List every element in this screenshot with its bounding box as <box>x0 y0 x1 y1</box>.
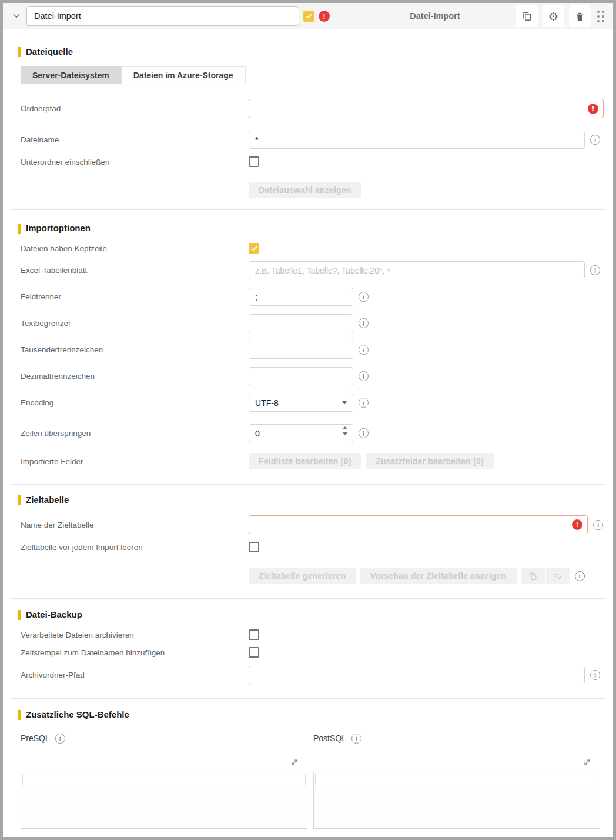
section-accent-bar <box>18 495 21 505</box>
info-icon[interactable] <box>55 734 65 744</box>
zusatzfelder-bearbeiten-button[interactable]: Zusatzfelder bearbeiten [0] <box>366 453 494 469</box>
zieltabelle-name-label: Name der Zieltabelle <box>21 521 249 529</box>
number-stepper[interactable] <box>343 426 347 435</box>
unterordner-label: Unterordner einschließen <box>21 158 249 166</box>
info-icon[interactable] <box>351 734 361 744</box>
dezimaltrennzeichen-input[interactable] <box>249 367 353 385</box>
zeilen-ueberspringen-input[interactable] <box>249 424 353 442</box>
feldtrenner-input[interactable] <box>249 288 353 306</box>
check-icon <box>250 245 258 252</box>
copy-table-button[interactable] <box>521 568 545 584</box>
vorschau-zieltabelle-button[interactable]: Vorschau der Zieltabelle anzeigen <box>360 568 516 584</box>
section-accent-bar <box>18 710 21 720</box>
encoding-select[interactable]: UTF-8 <box>249 394 353 412</box>
sql-labels-row: PreSQL PostSQL <box>3 733 613 744</box>
section-divider <box>11 209 605 210</box>
zeitstempel-checkbox[interactable] <box>249 647 259 658</box>
info-icon[interactable] <box>593 520 603 530</box>
info-icon[interactable] <box>590 670 600 680</box>
zieltabelle-generieren-button[interactable]: Zieltabelle generieren <box>249 568 356 584</box>
row-zieltabelle-buttons: Zieltabelle generieren Vorschau der Ziel… <box>3 568 613 584</box>
stepper-down-icon[interactable] <box>343 432 347 435</box>
kopfzeile-checkbox[interactable] <box>249 243 259 254</box>
zieltabelle-name-input[interactable] <box>249 515 588 534</box>
step-name-input[interactable] <box>26 6 299 26</box>
chevron-down-icon[interactable] <box>9 8 24 24</box>
postsql-editor[interactable] <box>313 772 600 829</box>
info-icon[interactable] <box>590 265 600 275</box>
info-icon[interactable] <box>359 292 369 302</box>
dateiname-label: Dateiname <box>21 135 249 144</box>
zeitstempel-label: Zeitstempel zum Dateinamen hinzufügen <box>21 648 249 657</box>
row-importierte-felder: Importierte Felder Feldliste bearbeiten … <box>3 453 613 469</box>
row-textbegrenzer: Textbegrenzer <box>3 314 613 332</box>
section-title-text: Zieltabelle <box>26 495 69 505</box>
sql-editors-row <box>3 772 613 829</box>
row-archivordner-pfad: Archivordner-Pfad <box>3 666 613 684</box>
section-dateiquelle-title: Dateiquelle <box>3 46 613 57</box>
info-icon[interactable] <box>359 345 369 355</box>
expand-icon[interactable] <box>582 758 592 767</box>
section-divider <box>11 698 605 699</box>
row-unterordner: Unterordner einschließen <box>3 156 613 167</box>
tab-server-dateisystem[interactable]: Server-Dateisystem <box>21 66 121 84</box>
row-dateiname: Dateiname <box>3 131 613 149</box>
row-zeitstempel: Zeitstempel zum Dateinamen hinzufügen <box>3 647 613 658</box>
drag-handle-icon[interactable] <box>594 5 607 27</box>
dezimaltrennzeichen-label: Dezimaltrennzeichen <box>21 372 249 381</box>
settings-button[interactable]: ⚙ <box>543 5 564 27</box>
edit-table-button[interactable] <box>546 568 570 584</box>
edit-list-icon <box>553 571 563 581</box>
postsql-editor-line[interactable] <box>315 774 598 785</box>
ordnerpfad-input[interactable] <box>249 99 604 118</box>
postsql-label-row: PostSQL <box>313 733 600 744</box>
section-divider <box>11 598 605 599</box>
info-icon[interactable] <box>359 428 369 438</box>
archivieren-checkbox[interactable] <box>249 629 259 640</box>
section-title-text: Zusätzliche SQL-Befehle <box>26 709 129 720</box>
tab-azure-storage[interactable]: Dateien im Azure-Storage <box>121 66 246 84</box>
info-icon[interactable] <box>575 571 585 581</box>
panel-title: Datei-Import <box>382 11 488 21</box>
tausendertrennzeichen-input[interactable] <box>249 341 353 359</box>
trash-icon <box>575 11 585 22</box>
copy-button[interactable] <box>516 5 538 27</box>
excel-tabellenblatt-input[interactable] <box>249 261 585 279</box>
step-enabled-checkbox[interactable] <box>303 11 314 22</box>
delete-button[interactable] <box>569 5 591 27</box>
textbegrenzer-label: Textbegrenzer <box>21 319 249 328</box>
encoding-value: UTF-8 <box>255 398 279 408</box>
info-icon[interactable] <box>590 135 600 145</box>
gear-icon: ⚙ <box>548 11 559 22</box>
zieltabelle-leeren-checkbox[interactable] <box>249 542 259 552</box>
row-kopfzeile: Dateien haben Kopfzeile <box>3 243 613 254</box>
stepper-up-icon[interactable] <box>343 426 347 429</box>
feldliste-bearbeiten-button[interactable]: Feldliste bearbeiten [0] <box>249 453 361 469</box>
zeilen-label: Zeilen überspringen <box>21 429 249 438</box>
info-icon[interactable] <box>359 371 369 381</box>
feldtrenner-label: Feldtrenner <box>21 292 249 301</box>
section-title-text: Datei-Backup <box>26 609 82 620</box>
info-icon[interactable] <box>359 398 369 408</box>
archivordner-pfad-input[interactable] <box>249 666 585 684</box>
dateiauswahl-anzeigen-button[interactable]: Dateiauswahl anzeigen <box>249 182 361 198</box>
section-divider <box>11 484 605 485</box>
sql-expand-row <box>3 758 613 767</box>
dateiname-input[interactable] <box>249 131 585 149</box>
field-error-icon <box>588 104 598 114</box>
presql-editor[interactable] <box>21 772 307 829</box>
row-excel-tabellenblatt: Excel-Tabellenblatt <box>3 261 613 279</box>
textbegrenzer-input[interactable] <box>249 314 353 332</box>
section-accent-bar <box>18 224 21 234</box>
chevron-down-icon <box>342 401 347 404</box>
importierte-felder-label: Importierte Felder <box>21 457 249 466</box>
section-title-text: Importoptionen <box>26 223 91 234</box>
tausendertrennzeichen-label: Tausendertrennzeichen <box>21 345 249 354</box>
section-title-text: Dateiquelle <box>26 46 73 57</box>
validation-error-icon <box>319 11 330 22</box>
expand-icon[interactable] <box>290 758 299 767</box>
presql-editor-line[interactable] <box>22 774 306 785</box>
row-archivieren: Verarbeitete Dateien archivieren <box>3 629 613 640</box>
unterordner-checkbox[interactable] <box>249 156 259 167</box>
info-icon[interactable] <box>359 318 369 328</box>
